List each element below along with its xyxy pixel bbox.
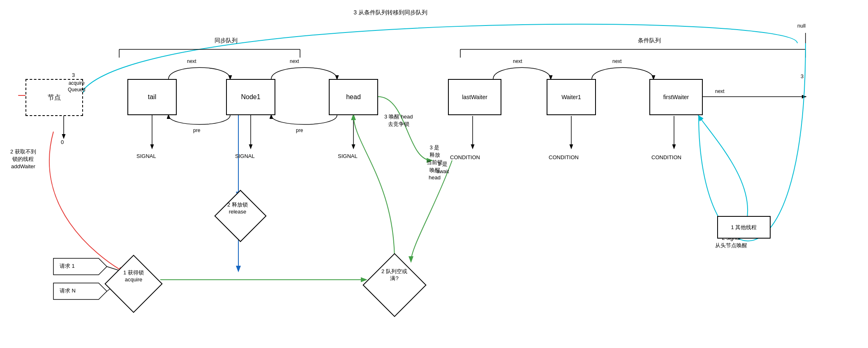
waiter1-node: Waiter1: [547, 79, 596, 115]
next5-label: next: [715, 88, 725, 94]
diagram: 3 从条件队列转移到同步队列 同步队列 条件队列 null 节点 acquire…: [0, 0, 868, 348]
no-lock-label: 2 获取不到 锁的线程 addWaiter: [10, 148, 36, 171]
firstwaiter-node: firstWaiter: [649, 79, 703, 115]
acquire-diamond: [104, 255, 162, 313]
sync-queue-label: 同步队列: [185, 37, 267, 44]
lastwaiter-node: lastWaiter: [448, 79, 501, 115]
acquire-label: 1 获得锁 acquire: [103, 269, 164, 283]
cond-queue-label: 条件队列: [608, 37, 690, 44]
three-right-label: 3: [801, 73, 803, 79]
cond3-label: CONDITION: [651, 154, 681, 160]
tail-signal-label: SIGNAL: [136, 153, 156, 159]
is-await-label: 3 是 await: [436, 160, 449, 175]
pre2-label: pre: [296, 128, 303, 133]
three-acquire-label: 3: [72, 72, 75, 78]
next1-label: next: [187, 58, 196, 64]
pre1-label: pre: [193, 128, 200, 133]
next3-label: next: [513, 58, 522, 64]
tail-node: tail: [127, 79, 177, 115]
queue-check-diamond: [362, 253, 427, 317]
head-node: head: [329, 79, 378, 115]
node1-node: Node1: [226, 79, 275, 115]
cond1-label: CONDITION: [450, 154, 480, 160]
reqN-label: 请求 N: [60, 287, 76, 295]
node1-signal-label: SIGNAL: [235, 153, 255, 159]
next2-label: next: [290, 58, 299, 64]
zero-label: 0: [61, 139, 64, 145]
cond2-label: CONDITION: [549, 154, 579, 160]
wake-head-label: 3 唤醒 head 去竞争锁: [384, 113, 413, 128]
next4-label: next: [612, 58, 622, 64]
head-signal-label: SIGNAL: [338, 153, 358, 159]
release-diamond: [214, 190, 266, 242]
req1-label: 请求 1: [60, 262, 75, 270]
acquire-queued-label: acquire Queued: [68, 80, 85, 93]
top-transfer-label: 3 从条件队列转移到同步队列: [288, 9, 493, 16]
release-label: 2 释放锁 release: [213, 202, 262, 216]
queue-check-label: 2 队列空或 满?: [362, 268, 426, 282]
other-thread-box: 1 其他线程: [717, 216, 771, 239]
null-label: null: [797, 23, 806, 29]
